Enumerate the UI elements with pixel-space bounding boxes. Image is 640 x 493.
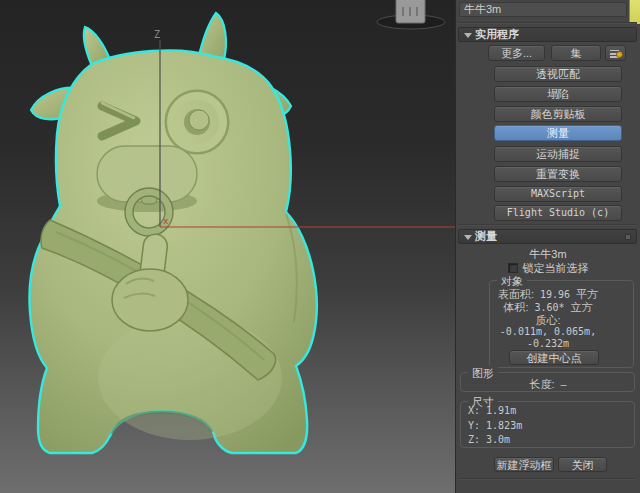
- new-floater-button[interactable]: 新建浮动框: [494, 457, 554, 472]
- utility-button-motion-capture[interactable]: 运动捕捉: [494, 146, 622, 162]
- length-line: 长度: —: [456, 377, 640, 392]
- divider: [458, 22, 637, 24]
- model-cow-render: Z x: [0, 0, 455, 493]
- utility-button-collapse[interactable]: 塌陷: [494, 86, 622, 102]
- utility-button-maxscript[interactable]: MAXScript: [494, 186, 622, 202]
- rollout-open-arrow-icon: [464, 33, 472, 38]
- close-button[interactable]: 关闭: [558, 457, 607, 472]
- rollout-utilities-title: 实用程序: [475, 28, 519, 40]
- measured-object-name: 牛牛3m: [456, 247, 640, 262]
- center-of-mass-value-2: -0.232m: [456, 338, 640, 349]
- more-button[interactable]: 更多...: [488, 45, 545, 61]
- dimension-z: Z: 3.0m: [468, 434, 510, 445]
- z-axis-label: Z: [154, 29, 160, 40]
- dimension-x: X: 1.91m: [468, 405, 516, 416]
- rollout-utilities[interactable]: 实用程序: [458, 27, 637, 42]
- pin-icon[interactable]: [625, 234, 631, 240]
- divider: [458, 224, 637, 226]
- utility-config-button[interactable]: [605, 45, 626, 61]
- object-name-field[interactable]: 牛牛3m: [459, 2, 627, 17]
- rollout-measure-title: 测量: [475, 230, 497, 242]
- divider: [458, 478, 637, 480]
- lock-selection-label: 锁定当前选择: [523, 262, 589, 274]
- rollout-measure[interactable]: 测量: [458, 229, 637, 244]
- utility-button-perspective-match[interactable]: 透视匹配: [494, 66, 622, 82]
- lock-selection-row[interactable]: 锁定当前选择: [456, 261, 640, 276]
- viewcube-widget[interactable]: [377, 0, 445, 29]
- utility-button-flight-studio[interactable]: Flight Studio (c): [494, 205, 622, 221]
- dimension-y: Y: 1.823m: [468, 420, 522, 431]
- command-panel: 牛牛3m 实用程序 更多... 集 透视匹配 塌陷 颜色剪贴板 测量 运动捕捉 …: [455, 0, 640, 493]
- viewport-3d[interactable]: Z x: [0, 0, 455, 493]
- utility-button-color-clipboard[interactable]: 颜色剪贴板: [494, 106, 622, 122]
- sets-button[interactable]: 集: [551, 45, 601, 61]
- lock-selection-checkbox[interactable]: [508, 263, 518, 273]
- gear-icon: [616, 51, 623, 58]
- create-center-point-button[interactable]: 创建中心点: [509, 350, 599, 365]
- center-of-mass-value-1: -0.011m, 0.065m,: [456, 326, 640, 337]
- utility-button-measure[interactable]: 测量: [494, 125, 622, 141]
- rollout-open-arrow-icon: [464, 235, 472, 240]
- belly-highlight: [98, 316, 282, 440]
- panel-corner-accent: [629, 0, 640, 24]
- utility-button-reset-xform[interactable]: 重置变换: [494, 166, 622, 182]
- x-axis-label: x: [163, 216, 169, 226]
